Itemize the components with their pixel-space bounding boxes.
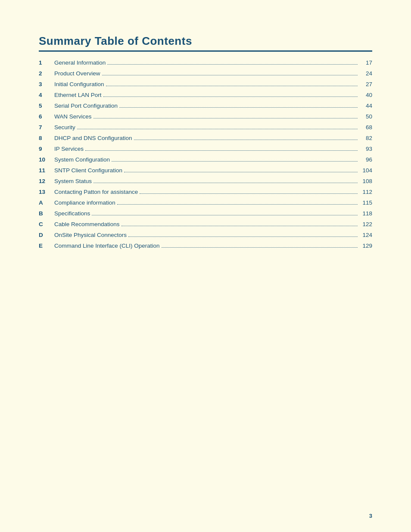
toc-entry-title[interactable]: Contacting Patton for assistance [54, 189, 138, 195]
toc-entry-page: 68 [359, 124, 372, 131]
toc-row[interactable]: 6WAN Services50 [39, 113, 372, 120]
toc-entry-page: 27 [359, 81, 372, 87]
title-section: Summary Table of Contents [39, 34, 372, 52]
toc-entry-page: 24 [359, 70, 372, 77]
toc-entry-number: 8 [39, 135, 54, 141]
toc-entry-number: 10 [39, 156, 54, 163]
toc-entry-dots [106, 86, 358, 86]
page-number: 3 [369, 513, 372, 519]
toc-entry-title[interactable]: General Information [54, 59, 106, 66]
toc-entry-dots [119, 107, 358, 108]
toc-row[interactable]: 12System Status108 [39, 178, 372, 184]
toc-entry-title[interactable]: IP Services [54, 146, 84, 152]
toc-entry-title[interactable]: Security [54, 124, 75, 131]
toc-entry-title[interactable]: SNTP Client Configuration [54, 167, 122, 174]
toc-entry-dots [162, 247, 358, 248]
toc-entry-dots [140, 193, 358, 194]
toc-entry-dots [85, 150, 358, 151]
toc-entry-number: 2 [39, 70, 54, 77]
toc-entry-title[interactable]: System Configuration [54, 156, 110, 163]
toc-entry-page: 44 [359, 103, 372, 109]
toc-entry-page: 96 [359, 156, 372, 163]
toc-row[interactable]: 10System Configuration96 [39, 156, 372, 163]
toc-entry-title[interactable]: Ethernet LAN Port [54, 92, 102, 98]
toc-entry-page: 115 [359, 199, 372, 206]
page: Summary Table of Contents 1General Infor… [0, 0, 411, 532]
title-underline [39, 50, 372, 52]
toc-entry-number: 4 [39, 92, 54, 98]
toc-entry-number: 11 [39, 167, 54, 174]
toc-entry-number: 12 [39, 178, 54, 184]
toc-entry-title[interactable]: Command Line Interface (CLI) Operation [54, 243, 160, 249]
toc-entry-page: 124 [359, 232, 372, 238]
toc-entry-dots [134, 140, 358, 140]
toc-entry-dots [103, 96, 358, 97]
toc-entry-page: 108 [359, 178, 372, 184]
toc-row[interactable]: 2Product Overview24 [39, 70, 372, 77]
toc-row[interactable]: ACompliance information115 [39, 199, 372, 206]
toc-row[interactable]: 4Ethernet LAN Port40 [39, 92, 372, 98]
toc-entry-title[interactable]: DHCP and DNS Configuration [54, 135, 132, 141]
toc-container: 1General Information172Product Overview2… [39, 59, 372, 249]
toc-entry-dots [124, 172, 358, 172]
toc-entry-title[interactable]: Product Overview [54, 70, 100, 77]
toc-row[interactable]: 13Contacting Patton for assistance112 [39, 189, 372, 195]
toc-row[interactable]: 1General Information17 [39, 59, 372, 66]
toc-row[interactable]: CCable Recommendations122 [39, 221, 372, 227]
toc-entry-number: B [39, 210, 54, 217]
toc-entry-dots [112, 161, 358, 162]
toc-entry-dots [92, 215, 358, 215]
toc-entry-page: 50 [359, 113, 372, 120]
toc-entry-dots [128, 236, 358, 237]
toc-entry-dots [93, 183, 358, 183]
toc-row[interactable]: BSpecifications118 [39, 210, 372, 217]
toc-entry-dots [117, 204, 358, 205]
toc-entry-title[interactable]: Initial Configuration [54, 81, 104, 87]
toc-entry-number: C [39, 221, 54, 227]
toc-entry-page: 104 [359, 167, 372, 174]
toc-entry-page: 40 [359, 92, 372, 98]
toc-entry-number: 7 [39, 124, 54, 131]
toc-row[interactable]: 5Serial Port Configuration44 [39, 103, 372, 109]
toc-entry-page: 129 [359, 243, 372, 249]
toc-row[interactable]: 7Security68 [39, 124, 372, 131]
page-title: Summary Table of Contents [39, 34, 372, 48]
toc-entry-page: 112 [359, 189, 372, 195]
toc-entry-number: 6 [39, 113, 54, 120]
toc-row[interactable]: DOnSite Physical Connectors124 [39, 232, 372, 238]
toc-entry-number: 1 [39, 59, 54, 66]
toc-entry-title[interactable]: Specifications [54, 210, 90, 217]
toc-entry-number: 3 [39, 81, 54, 87]
toc-row[interactable]: ECommand Line Interface (CLI) Operation1… [39, 243, 372, 249]
toc-entry-title[interactable]: Compliance information [54, 199, 115, 206]
toc-entry-number: 9 [39, 146, 54, 152]
toc-entry-title[interactable]: Serial Port Configuration [54, 103, 118, 109]
toc-entry-number: E [39, 243, 54, 249]
toc-row[interactable]: 11SNTP Client Configuration104 [39, 167, 372, 174]
toc-entry-title[interactable]: System Status [54, 178, 92, 184]
toc-entry-dots [93, 118, 358, 118]
toc-entry-number: A [39, 199, 54, 206]
toc-entry-dots [121, 226, 358, 226]
toc-entry-number: 5 [39, 103, 54, 109]
toc-entry-page: 93 [359, 146, 372, 152]
toc-entry-page: 17 [359, 59, 372, 66]
toc-entry-page: 82 [359, 135, 372, 141]
toc-entry-number: 13 [39, 189, 54, 195]
toc-row[interactable]: 9IP Services93 [39, 146, 372, 152]
toc-entry-dots [77, 129, 358, 129]
toc-entry-dots [102, 75, 358, 75]
toc-entry-number: D [39, 232, 54, 238]
toc-entry-title[interactable]: OnSite Physical Connectors [54, 232, 127, 238]
toc-entry-page: 122 [359, 221, 372, 227]
toc-row[interactable]: 8DHCP and DNS Configuration82 [39, 135, 372, 141]
toc-entry-title[interactable]: Cable Recommendations [54, 221, 120, 227]
toc-row[interactable]: 3Initial Configuration27 [39, 81, 372, 87]
toc-entry-dots [107, 64, 358, 65]
toc-entry-title[interactable]: WAN Services [54, 113, 92, 120]
toc-entry-page: 118 [359, 210, 372, 217]
